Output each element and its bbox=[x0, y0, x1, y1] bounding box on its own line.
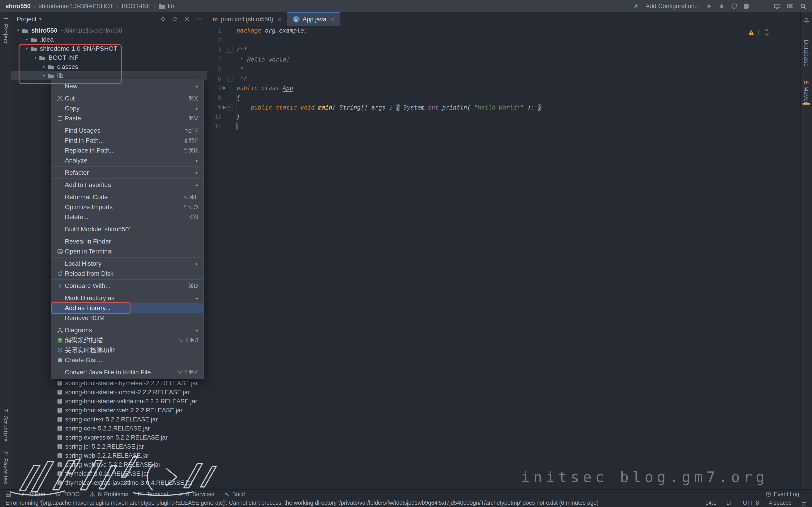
debug-bug-icon[interactable] bbox=[719, 3, 724, 9]
breadcrumb-item-shiro550[interactable]: shiro550 bbox=[5, 3, 31, 9]
menu-item-compare-with[interactable]: Compare With... ⌘D bbox=[51, 281, 203, 291]
tab-pom-xml-shiro550[interactable]: m pom.xml (shiro550) × bbox=[207, 12, 287, 26]
close-tab-icon[interactable]: × bbox=[278, 16, 281, 22]
tree-item-spring-boot-starter-thymeleaf-2-2-2-release-jar[interactable]: spring-boot-starter-thymeleaf-2.2.2.RELE… bbox=[11, 379, 207, 388]
tree-item-spring-webmvc-5-2-2-release-jar[interactable]: spring-webmvc-5.2.2.RELEASE.jar bbox=[11, 460, 207, 469]
menu-item-create-gist[interactable]: Create Gist... bbox=[51, 355, 203, 365]
menu-item-item[interactable]: 编码规约扫描 ⌥⇧⌘J bbox=[51, 335, 203, 345]
menu-item-build-module-shiro550[interactable]: Build Module 'shiro550' bbox=[51, 224, 203, 234]
indent-setting[interactable]: 4 spaces bbox=[769, 500, 792, 506]
tool-window-grid-icon[interactable] bbox=[5, 491, 11, 497]
chevron-down-icon[interactable] bbox=[764, 33, 769, 36]
menu-item-reformat-code[interactable]: Reformat Code ⌥⌘L bbox=[51, 192, 203, 202]
code-line-7[interactable]: 7 public class App bbox=[207, 83, 801, 93]
tree-item-spring-expression-5-2-2-release-jar[interactable]: spring-expression-5.2.2.RELEASE.jar bbox=[11, 433, 207, 442]
tree-item-spring-core-5-2-2-release-jar[interactable]: spring-core-5.2.2.RELEASE.jar bbox=[11, 424, 207, 433]
tool-button-8-services[interactable]: 8: Services bbox=[178, 491, 214, 497]
menu-item-diagrams[interactable]: Diagrams ▸ bbox=[51, 325, 203, 335]
caret-position[interactable]: 14:1 bbox=[705, 500, 716, 506]
code-line-4[interactable]: 4 * Hello world! bbox=[207, 55, 801, 64]
collapse-all-icon[interactable] bbox=[172, 16, 178, 22]
tool-button-6-problems[interactable]: 6: Problems bbox=[90, 491, 128, 497]
tool-button-database[interactable]: Database bbox=[803, 40, 810, 67]
breadcrumb-item-shirodemo-1-0-snapshot[interactable]: shirodemo-1.0-SNAPSHOT bbox=[39, 3, 113, 9]
code-line-1[interactable]: 1 package org.example; bbox=[207, 26, 801, 35]
stop-icon[interactable] bbox=[744, 4, 749, 8]
run-button-icon[interactable] bbox=[706, 3, 712, 9]
menu-item-reveal-in-finder[interactable]: Reveal in Finder bbox=[51, 236, 203, 246]
tool-windows-icon[interactable] bbox=[774, 3, 780, 9]
tool-button-maven[interactable]: Maven bbox=[803, 86, 810, 105]
notification-bell-icon[interactable] bbox=[803, 18, 809, 23]
tree-item-spring-context-5-2-2-release-jar[interactable]: spring-context-5.2.2.RELEASE.jar bbox=[11, 415, 207, 424]
tool-button-structure[interactable]: 7: Structure bbox=[2, 409, 9, 442]
chevron-up-icon[interactable] bbox=[764, 29, 769, 32]
menu-item-convert-java-file-to-kotlin-file[interactable]: Convert Java File to Kotlin File ⌥⇧⌘K bbox=[51, 367, 203, 377]
menu-item-refactor[interactable]: Refactor ▸ bbox=[51, 168, 203, 177]
tree-item-shiro550[interactable]: ▾ shiro550 ~/d4m1ts/java/shiro550 bbox=[11, 26, 207, 35]
close-tab-icon[interactable]: × bbox=[331, 16, 335, 22]
wrench-icon[interactable] bbox=[632, 3, 639, 9]
code-line-5[interactable]: 5 * bbox=[207, 64, 801, 74]
menu-item-add-to-favorites[interactable]: Add to Favorites ▸ bbox=[51, 180, 203, 190]
code-line-8[interactable]: 8 { bbox=[207, 93, 801, 103]
code-editor[interactable]: 1 package org.example; 2 3 − /** 4 * Hel… bbox=[207, 26, 801, 490]
menu-item-new[interactable]: New ▸ bbox=[51, 81, 203, 91]
tree-item-spring-web-5-2-2-release-jar[interactable]: spring-web-5.2.2.RELEASE.jar bbox=[11, 451, 207, 460]
tool-button-terminal[interactable]: Terminal bbox=[138, 491, 168, 497]
chevron-right-icon[interactable]: ▸ bbox=[23, 37, 30, 42]
tool-button-4-run[interactable]: 4: Run bbox=[21, 491, 45, 497]
run-icon[interactable] bbox=[221, 86, 226, 91]
tree-item-spring-boot-starter-validation-2-2-2-release-jar[interactable]: spring-boot-starter-validation-2.2.2.REL… bbox=[11, 397, 207, 406]
presentation-icon[interactable] bbox=[787, 3, 794, 9]
menu-item-mark-directory-as[interactable]: Mark Directory as ▸ bbox=[51, 293, 203, 303]
menu-item-local-history[interactable]: Local History ▸ bbox=[51, 259, 203, 269]
fold-marker-icon[interactable]: − bbox=[227, 75, 233, 81]
lock-icon[interactable] bbox=[802, 500, 807, 505]
tab-app-java[interactable]: C App.java × bbox=[287, 12, 340, 26]
menu-item-optimize-imports[interactable]: Optimize Imports ^⌥O bbox=[51, 202, 203, 212]
tool-button-project[interactable]: 1: Project bbox=[2, 17, 9, 44]
breadcrumb-item-boot-inf[interactable]: BOOT-INF bbox=[122, 3, 151, 9]
tree-item-shirodemo-1-0-snapshot[interactable]: ▾ shirodemo-1.0-SNAPSHOT bbox=[11, 44, 207, 53]
tool-button-favorites[interactable]: 2: Favorites bbox=[2, 451, 9, 484]
hide-panel-icon[interactable] bbox=[196, 18, 202, 20]
chevron-right-icon[interactable]: ▸ bbox=[40, 64, 48, 69]
search-everywhere-icon[interactable] bbox=[800, 3, 807, 9]
project-panel-title[interactable]: Project bbox=[17, 15, 37, 23]
tree-item-spring-boot-starter-tomcat-2-2-2-release-jar[interactable]: spring-boot-starter-tomcat-2.2.2.RELEASE… bbox=[11, 388, 207, 397]
chevron-down-icon[interactable]: ▾ bbox=[23, 46, 30, 51]
inspection-widget[interactable]: 1 bbox=[748, 29, 769, 36]
fold-marker-icon[interactable]: + bbox=[227, 104, 233, 110]
tree-item-boot-inf[interactable]: ▾ BOOT-INF bbox=[11, 53, 207, 62]
fold-marker-icon[interactable]: − bbox=[227, 47, 233, 53]
menu-item-add-as-library[interactable]: Add as Library... bbox=[51, 303, 203, 313]
menu-item-analyze[interactable]: Analyze ▸ bbox=[51, 155, 203, 165]
run-icon[interactable] bbox=[221, 105, 226, 110]
chevron-down-icon[interactable]: ▾ bbox=[14, 28, 22, 33]
menu-item-copy[interactable]: Copy ▸ bbox=[51, 103, 203, 113]
chevron-down-icon[interactable]: ▾ bbox=[32, 55, 39, 60]
code-line-3[interactable]: 3 − /** bbox=[207, 45, 801, 55]
code-line-14[interactable]: 14 bbox=[207, 122, 801, 131]
chevron-down-icon[interactable]: ▾ bbox=[40, 73, 48, 78]
tree-item-thymeleaf-extras-java8time-3-0-4-release-jar[interactable]: thymeleaf-extras-java8time-3.0.4.RELEASE… bbox=[11, 478, 207, 487]
menu-item-reload-from-disk[interactable]: Reload from Disk bbox=[51, 269, 203, 278]
code-line-13[interactable]: 13 } bbox=[207, 112, 801, 121]
add-configuration-button[interactable]: Add Configuration... bbox=[646, 3, 700, 9]
coverage-icon[interactable] bbox=[731, 3, 737, 9]
menu-item-item[interactable]: 关闭实时检测功能 bbox=[51, 345, 203, 355]
code-line-9[interactable]: 9 + public static void main( String[] ar… bbox=[207, 103, 801, 112]
chevron-down-icon[interactable]: ▾ bbox=[39, 17, 41, 21]
event-log-button[interactable]: Event Log bbox=[766, 491, 799, 497]
menu-item-replace-in-path[interactable]: Replace in Path... ⇧⌘R bbox=[51, 145, 203, 155]
locate-file-icon[interactable] bbox=[160, 16, 166, 22]
tree-item-spring-jcl-5-2-2-release-jar[interactable]: spring-jcl-5.2.2.RELEASE.jar bbox=[11, 442, 207, 451]
menu-item-find-usages[interactable]: Find Usages ⌥F7 bbox=[51, 125, 203, 135]
menu-item-find-in-path[interactable]: Find in Path... ⇧⌘F bbox=[51, 135, 203, 145]
menu-item-open-in-terminal[interactable]: Open in Terminal bbox=[51, 246, 203, 256]
tree-item-idea[interactable]: ▸ .idea bbox=[11, 35, 207, 44]
tree-item-spring-boot-starter-web-2-2-2-release-jar[interactable]: spring-boot-starter-web-2.2.2.RELEASE.ja… bbox=[11, 406, 207, 415]
file-encoding[interactable]: UTF-8 bbox=[743, 500, 759, 506]
tool-button-build[interactable]: Build bbox=[224, 491, 245, 497]
